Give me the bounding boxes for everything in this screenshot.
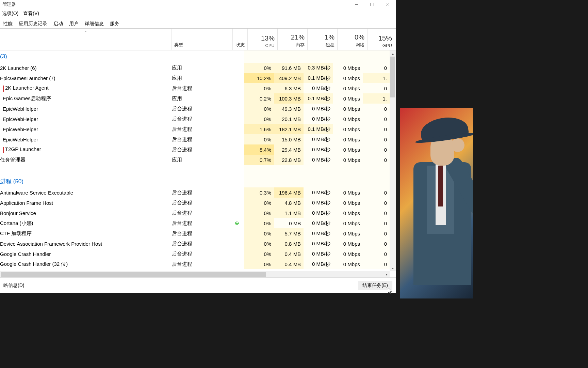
process-row[interactable]: Epic Games启动程序应用0.2%100.3 MB0.1 MB/秒0 Mb… — [0, 93, 390, 104]
vertical-scrollbar[interactable]: ▴ ▾ — [390, 50, 396, 271]
header-state[interactable]: 状态 — [233, 29, 248, 50]
header-disk[interactable]: 1%磁盘 — [308, 29, 338, 50]
process-row[interactable]: T2GP Launcher后台进程8.4%29.4 MB0 MB/秒0 Mbps… — [0, 144, 390, 155]
window-controls — [349, 0, 396, 9]
header-network[interactable]: 0%网络 — [338, 29, 368, 50]
process-row[interactable]: EpicWebHelper后台进程1.6%182.1 MB0.1 MB/秒0 M… — [0, 124, 390, 134]
menu-options[interactable]: 选项(O) — [2, 11, 18, 17]
process-row[interactable]: Google Crash Handler (32 位)后台进程0%0.4 MB0… — [0, 259, 390, 269]
process-name: EpicWebHelper — [0, 106, 169, 112]
group-header[interactable]: (3) — [0, 50, 390, 63]
scroll-down-icon[interactable]: ▾ — [390, 265, 396, 271]
process-row[interactable]: 2K Launcher Agent后台进程0%6.3 MB0 MB/秒0 Mbp… — [0, 83, 390, 93]
process-name: Bonjour Service — [0, 210, 169, 216]
process-name: EpicWebHelper — [0, 126, 169, 132]
process-row[interactable]: EpicWebHelper后台进程0%49.3 MB0 MB/秒0 Mbps0 — [0, 104, 390, 114]
scroll-thumb[interactable] — [390, 57, 395, 97]
window-title: ·管理器 — [1, 1, 16, 7]
header-memory[interactable]: 21%内存 — [278, 29, 308, 50]
app-icon — [3, 86, 4, 92]
tab-app-history[interactable]: 应用历史记录 — [16, 19, 50, 28]
group-header[interactable]: 进程 (50) — [0, 175, 390, 187]
fewer-details-link[interactable]: 略信息(D) — [3, 282, 24, 289]
close-button[interactable] — [380, 0, 396, 9]
process-row[interactable]: EpicWebHelper后台进程0%20.1 MB0 MB/秒0 Mbps0 — [0, 114, 390, 124]
process-name: Cortana (小娜) — [0, 220, 169, 227]
process-name: 2K Launcher (6) — [0, 65, 169, 71]
process-name: Epic Games启动程序 — [0, 95, 169, 102]
tab-startup[interactable]: 启动 — [50, 19, 66, 28]
header-type[interactable]: 类型 — [172, 29, 233, 50]
process-row[interactable]: Application Frame Host后台进程0%4.8 MB0 MB/秒… — [0, 198, 390, 208]
tab-details[interactable]: 详细信息 — [82, 19, 107, 28]
process-name: Device Association Framework Provider Ho… — [0, 241, 169, 247]
menu-view[interactable]: 查看(V) — [23, 11, 39, 17]
process-name: T2GP Launcher — [0, 146, 169, 153]
process-name: EpicWebHelper — [0, 137, 169, 142]
process-row[interactable]: Antimalware Service Executable后台进程0.3%19… — [0, 187, 390, 198]
svg-rect-1 — [371, 3, 374, 6]
process-name: 任务管理器 — [0, 157, 169, 163]
footer: 略信息(D) 结束任务(E) — [0, 277, 396, 293]
titlebar[interactable]: ·管理器 — [0, 0, 396, 9]
process-name: Google Crash Handler (32 位) — [0, 261, 169, 267]
process-row[interactable]: 2K Launcher (6)应用0%91.6 MB0.3 MB/秒0 Mbps… — [0, 63, 390, 73]
horizontal-scrollbar[interactable]: ▸ — [0, 271, 390, 277]
app-icon — [3, 147, 4, 153]
tab-services[interactable]: 服务 — [107, 19, 122, 28]
header-name[interactable]: ⌃ — [0, 29, 172, 50]
process-name: EpicWebHelper — [0, 116, 169, 122]
tabbar: 性能 应用历史记录 启动 用户 详细信息 服务 — [0, 18, 396, 29]
minimize-button[interactable] — [349, 0, 364, 9]
process-row[interactable]: Google Crash Handler后台进程0%0.4 MB0 MB/秒0 … — [0, 249, 390, 259]
process-row[interactable]: EpicGamesLauncher (7)应用10.2%409.2 MB0.1 … — [0, 73, 390, 83]
process-row[interactable]: Device Association Framework Provider Ho… — [0, 239, 390, 249]
process-row[interactable]: Bonjour Service后台进程0%1.1 MB0 MB/秒0 Mbps0 — [0, 208, 390, 218]
process-list: (3)2K Launcher (6)应用0%91.6 MB0.3 MB/秒0 M… — [0, 50, 396, 277]
header-cpu[interactable]: 13%CPU — [248, 29, 278, 50]
scroll-thumb-h[interactable] — [1, 272, 266, 277]
header-gpu[interactable]: 15%GPU — [368, 29, 395, 50]
process-row[interactable]: Cortana (小娜)后台进程⊕0%0 MB0 MB/秒0 Mbps0 — [0, 218, 390, 228]
process-name: EpicGamesLauncher (7) — [0, 75, 169, 81]
maximize-button[interactable] — [364, 0, 380, 9]
sort-indicator-icon: ⌃ — [84, 31, 87, 34]
end-task-button[interactable]: 结束任务(E) — [358, 281, 392, 290]
menubar: 选项(O) 查看(V) — [0, 9, 396, 18]
background-artwork — [400, 108, 473, 298]
column-headers: ⌃ 类型 状态 13%CPU 21%内存 1%磁盘 0%网络 15%GPU — [0, 29, 396, 50]
process-name: Application Frame Host — [0, 200, 169, 206]
process-row[interactable]: CTF 加载程序后台进程0%5.7 MB0 MB/秒0 Mbps0 — [0, 228, 390, 239]
scroll-up-icon[interactable]: ▴ — [390, 50, 396, 57]
process-row[interactable]: EpicWebHelper后台进程0%15.0 MB0 MB/秒0 Mbps0 — [0, 134, 390, 144]
process-row[interactable]: 任务管理器应用0.7%22.8 MB0 MB/秒0 Mbps0 — [0, 155, 390, 165]
task-manager-window: ·管理器 选项(O) 查看(V) 性能 应用历史记录 启动 用户 详细信息 服务… — [0, 0, 396, 293]
scroll-right-icon[interactable]: ▸ — [383, 273, 390, 276]
process-name: CTF 加载程序 — [0, 230, 169, 237]
tab-performance[interactable]: 性能 — [0, 19, 16, 28]
process-name: 2K Launcher Agent — [0, 85, 169, 91]
process-name: Antimalware Service Executable — [0, 190, 169, 196]
tab-users[interactable]: 用户 — [66, 19, 82, 28]
process-name: Google Crash Handler — [0, 251, 169, 257]
